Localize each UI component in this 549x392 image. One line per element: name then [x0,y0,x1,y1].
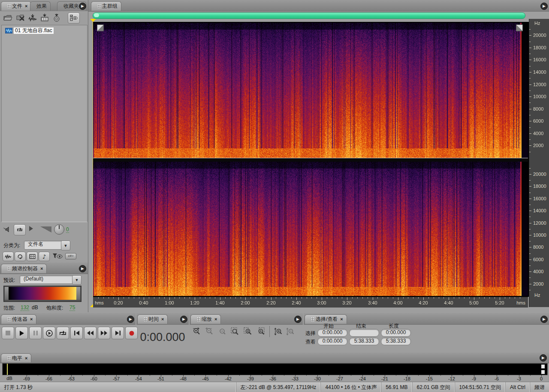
preset-dropdown-button[interactable]: ▼ [72,275,81,285]
close-icon[interactable]: × [25,356,27,361]
tab-main-group[interactable]: 主群组 [91,1,121,11]
view-end-field[interactable]: 5:38.333 [349,338,379,345]
file-list-item[interactable]: 01 无地自容.flac [5,27,54,34]
filter-loop-icon [17,254,23,259]
close-icon[interactable]: × [40,266,43,271]
range-value[interactable]: 132 [21,305,29,311]
show-video-button[interactable] [27,252,38,261]
preset-select[interactable]: (Default) [20,275,75,284]
tab-spectral-controls[interactable]: 频谱控制器× [1,264,47,273]
play-from-cursor-button[interactable] [43,327,55,339]
zoom-sel-right-button[interactable] [256,327,265,336]
sort-select[interactable]: 文件名 [24,241,63,250]
show-midi-button[interactable]: ♪ [39,252,50,261]
options-button[interactable] [68,12,80,24]
pause-icon [33,331,38,335]
close-icon[interactable]: × [25,3,27,9]
selection-end-field[interactable] [349,329,379,337]
time-ruler[interactable]: hmshms0:200:401:001:201:402:002:202:403:… [93,297,528,308]
autoplay-toggle[interactable] [3,226,12,233]
show-audio-button[interactable] [3,252,14,261]
spectrogram-left-channel[interactable] [93,23,528,158]
spectrogram-right-channel[interactable] [93,162,528,296]
status-disk-free[interactable]: 62.01 GB 空间 [412,382,455,392]
tab-levels[interactable]: 电平× [1,353,31,362]
range-unit: dB [32,305,38,311]
panel-menu-icon[interactable]: ▶ [127,316,134,323]
dropdown-arrow-icon: ▼ [75,278,79,282]
panel-menu-icon[interactable]: ▶ [540,316,548,323]
horizontal-scrollbar[interactable] [93,12,525,19]
tab-transport[interactable]: 传送器× [1,314,36,324]
panel-menu-icon[interactable]: ▶ [540,354,547,362]
show-loops-button[interactable] [15,252,26,261]
clip-indicator-right[interactable] [541,370,545,374]
selection-length-field[interactable]: 0:00.000 [381,329,411,337]
volume-knob[interactable] [54,224,64,235]
palette-left-handle[interactable] [5,287,9,300]
preview-play-button[interactable] [28,226,33,232]
panel-menu-icon[interactable]: ▶ [79,3,86,10]
playhead-marker-icon[interactable] [90,19,96,22]
tab-files[interactable]: 文件× [1,1,31,11]
open-file-button[interactable] [3,13,13,22]
filter-advanced-button[interactable] [51,252,63,260]
scrollbar-thumb-cap[interactable] [94,13,99,17]
insert-cd-button[interactable] [51,13,62,22]
transport-title: 传送器 [12,316,27,322]
zoom-in-h-button[interactable] [192,327,201,336]
close-icon[interactable]: × [161,317,164,322]
status-view-mode[interactable]: 频谱 [530,382,549,392]
clip-indicator-left[interactable] [541,365,545,368]
zoom-out-full-button[interactable] [218,327,226,336]
loop-preview-button[interactable] [14,224,26,235]
go-start-button[interactable] [70,327,83,339]
tab-effects[interactable]: 效果 [30,1,51,11]
zoom-out-h-button[interactable] [205,327,214,336]
zoom-sel-left-button[interactable] [244,327,252,336]
status-format[interactable]: 44100 • 16 位 • 立体声 [320,382,381,392]
stop-button[interactable] [2,327,14,339]
panel-menu-icon[interactable]: ▶ [180,316,187,323]
view-length-field[interactable]: 5:38.333 [381,338,411,345]
file-list[interactable]: 01 无地自容.flac [1,25,87,222]
close-icon[interactable]: × [214,317,217,322]
tab-time[interactable]: 时间× [137,314,168,324]
fade-handle-icon[interactable] [97,24,104,31]
fade-handle-icon[interactable] [516,24,523,31]
insert-video-button[interactable] [39,13,50,22]
rewind-button[interactable] [84,327,97,339]
play-button[interactable] [15,327,28,339]
level-meter[interactable] [2,363,548,375]
close-icon[interactable]: × [30,317,33,322]
panel-menu-icon[interactable]: ▶ [540,3,548,10]
record-button[interactable] [125,327,138,339]
frequency-ruler[interactable]: Hz20004000600080001000012000140001600018… [529,19,549,307]
selection-start-field[interactable]: 0:00.000 [317,329,347,337]
insert-multitrack-button[interactable] [27,13,38,22]
saturation-value[interactable]: 75 [69,305,75,311]
volume-meter-icon[interactable] [40,226,51,232]
status-file-size[interactable]: 56.91 MB [381,382,412,392]
panel-menu-icon[interactable]: ▶ [294,316,302,323]
panel-menu-icon[interactable]: ▶ [79,265,86,272]
close-icon[interactable]: × [340,317,343,322]
palette-right-handle[interactable] [76,287,80,300]
tab-zoom[interactable]: 缩放× [190,314,221,324]
zoom-selection-button[interactable] [231,327,239,336]
cda-icon[interactable]: c#> [65,253,76,259]
go-end-button[interactable] [112,327,124,339]
close-file-button[interactable] [15,13,26,22]
status-time-free[interactable]: 104:51:50.71 空间 [455,382,505,392]
zoom-in-v-button[interactable] [274,327,282,336]
tab-files-label: 文件 [12,3,22,9]
zoom-out-v-button[interactable] [286,327,294,336]
sort-dropdown-button[interactable]: ▼ [61,241,70,250]
spectral-display[interactable] [93,22,530,297]
pause-button[interactable] [29,327,42,339]
preview-volume-value[interactable]: 0 [66,226,69,233]
view-start-field[interactable]: 0:00.000 [317,338,347,345]
loop-play-button[interactable] [57,327,69,339]
palette-gradient-bar[interactable] [9,287,76,300]
fast-forward-button[interactable] [98,327,110,339]
